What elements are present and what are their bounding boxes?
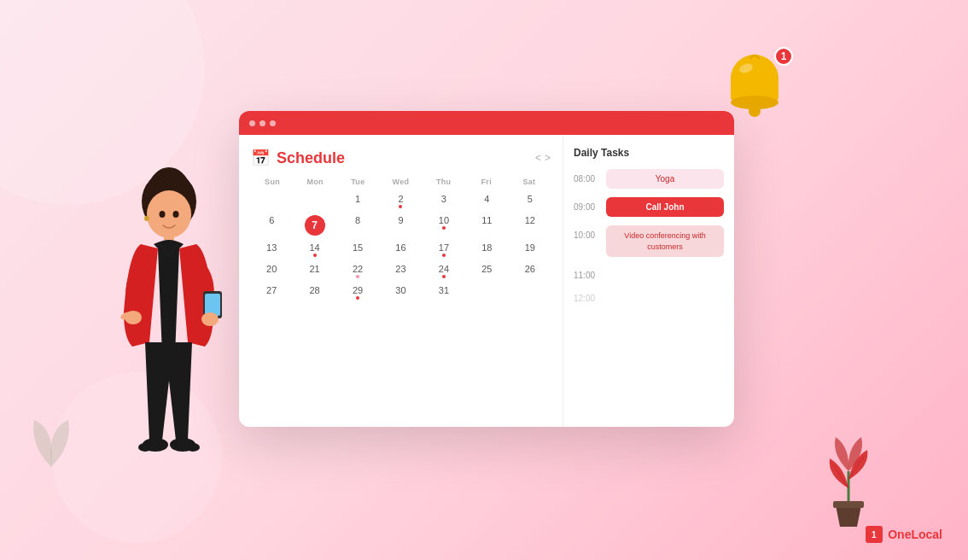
next-month-button[interactable]: > (545, 152, 551, 164)
leaf-left-decoration (26, 403, 77, 475)
svg-text:1: 1 (872, 530, 877, 540)
cal-day-31[interactable]: 31 (423, 283, 464, 302)
svg-rect-9 (205, 294, 220, 316)
cal-day-22[interactable]: 22 (337, 261, 378, 281)
task-row-yoga: 08:00 Yoga (574, 169, 724, 189)
notification-badge: 1 (774, 47, 793, 66)
weekday-tue: Tue (336, 178, 379, 186)
calendar-section: 📅 Schedule < > Sun Mon Tue Wed Thu Fri S… (239, 135, 563, 427)
person-svg (94, 159, 243, 517)
logo-icon: 1 (866, 526, 883, 543)
calendar-title-text: Schedule (277, 149, 345, 167)
cal-day-25[interactable]: 25 (466, 261, 507, 281)
task-card-call-john[interactable]: Call John (606, 197, 724, 217)
cal-day-15[interactable]: 15 (337, 240, 378, 260)
cal-day-empty-1 (251, 191, 292, 211)
cal-day-4[interactable]: 4 (466, 191, 507, 211)
weekday-fri: Fri (465, 178, 508, 186)
tasks-section-title: Daily Tasks (574, 147, 724, 159)
cal-day-8[interactable]: 8 (337, 213, 378, 238)
weekday-wed: Wed (379, 178, 422, 186)
task-card-yoga[interactable]: Yoga (606, 169, 724, 189)
browser-titlebar (239, 111, 734, 135)
task-row-1100: 11:00 (574, 265, 724, 280)
weekday-sat: Sat (508, 178, 551, 186)
svg-point-14 (138, 443, 152, 452)
svg-point-10 (201, 312, 219, 326)
logo-text: OneLocal (888, 528, 942, 541)
cal-day-29[interactable]: 29 (337, 283, 378, 302)
svg-point-18 (173, 211, 179, 218)
svg-point-19 (144, 216, 149, 221)
browser-content: 📅 Schedule < > Sun Mon Tue Wed Thu Fri S… (239, 135, 734, 427)
task-time-0800: 08:00 (574, 169, 599, 184)
svg-rect-20 (833, 501, 864, 508)
window-dot-1 (249, 120, 255, 126)
tasks-section: Daily Tasks 08:00 Yoga 09:00 Call John 1… (563, 135, 734, 427)
cal-day-1[interactable]: 1 (337, 191, 378, 211)
calendar-grid: Sun Mon Tue Wed Thu Fri Sat 1 2 3 4 5 (251, 178, 551, 302)
task-time-1200: 12:00 (574, 289, 599, 303)
cal-day-11[interactable]: 11 (466, 213, 507, 238)
days-grid: 1 2 3 4 5 6 7 8 9 10 11 12 13 14 15 (251, 191, 551, 302)
calendar-icon: 📅 (251, 149, 270, 167)
cal-day-16[interactable]: 16 (380, 240, 421, 260)
cal-day-7-today[interactable]: 7 (294, 213, 335, 238)
window-dot-3 (270, 120, 276, 126)
notification-bell-container[interactable]: 1 (720, 51, 789, 131)
cal-day-5[interactable]: 5 (510, 191, 551, 211)
cal-day-19[interactable]: 19 (510, 240, 551, 260)
cal-day-30[interactable]: 30 (380, 283, 421, 302)
cal-day-12[interactable]: 12 (510, 213, 551, 238)
calendar-title: 📅 Schedule (251, 149, 345, 167)
browser-window: 📅 Schedule < > Sun Mon Tue Wed Thu Fri S… (239, 111, 734, 427)
weekday-mon: Mon (294, 178, 336, 186)
cal-day-20[interactable]: 20 (251, 261, 292, 281)
task-time-1000: 10:00 (574, 225, 599, 240)
cal-day-17[interactable]: 17 (423, 240, 464, 260)
task-row-video-conf: 10:00 Video conferencing with customers (574, 225, 724, 257)
cal-day-3[interactable]: 3 (423, 191, 464, 211)
weekday-sun: Sun (251, 178, 294, 186)
cal-day-18[interactable]: 18 (466, 240, 507, 260)
svg-point-17 (160, 211, 166, 218)
task-time-0900: 09:00 (574, 197, 599, 212)
cal-day-2[interactable]: 2 (380, 191, 421, 211)
cal-day-23[interactable]: 23 (380, 261, 421, 281)
task-card-video-conf[interactable]: Video conferencing with customers (606, 225, 724, 257)
task-row-1200: 12:00 (574, 289, 724, 303)
cal-day-9[interactable]: 9 (380, 213, 421, 238)
cal-day-24[interactable]: 24 (423, 261, 464, 281)
calendar-nav[interactable]: < > (535, 152, 551, 164)
plant-decoration (814, 429, 883, 534)
weekday-thu: Thu (423, 178, 465, 186)
cal-day-21[interactable]: 21 (294, 261, 335, 281)
cal-day-26[interactable]: 26 (510, 261, 551, 281)
cal-day-10[interactable]: 10 (423, 213, 464, 238)
cal-day-empty-2 (294, 191, 335, 211)
weekdays-row: Sun Mon Tue Wed Thu Fri Sat (251, 178, 551, 186)
task-row-call-john: 09:00 Call John (574, 197, 724, 217)
calendar-header: 📅 Schedule < > (251, 149, 551, 167)
onelocal-logo: 1 OneLocal (866, 526, 942, 543)
cal-day-27[interactable]: 27 (251, 283, 292, 302)
svg-point-6 (147, 190, 191, 238)
task-time-1100: 11:00 (574, 265, 599, 280)
svg-point-4 (749, 105, 761, 117)
person-illustration (94, 159, 230, 517)
cal-day-14[interactable]: 14 (294, 240, 335, 260)
svg-point-16 (186, 443, 200, 452)
plant-svg (814, 429, 883, 531)
prev-month-button[interactable]: < (535, 152, 541, 164)
window-dot-2 (259, 120, 265, 126)
cal-day-6[interactable]: 6 (251, 213, 292, 238)
cal-day-28[interactable]: 28 (294, 283, 335, 302)
cal-day-13[interactable]: 13 (251, 240, 292, 260)
